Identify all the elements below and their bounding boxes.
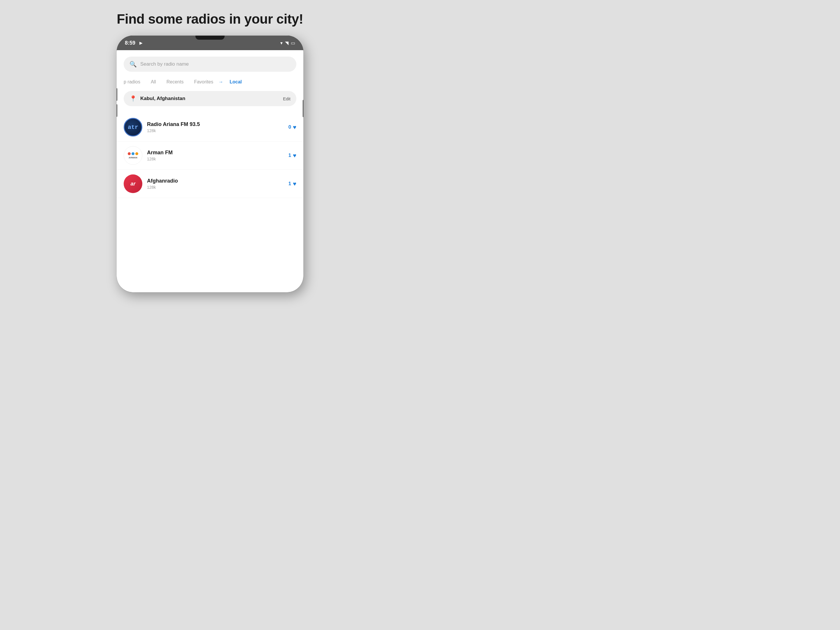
arman-dot-blue — [131, 152, 134, 155]
radio-favorites[interactable]: 1 ♥ — [289, 180, 296, 187]
signal-icon: ◥ — [285, 40, 289, 46]
power-button — [303, 100, 303, 117]
play-icon: ▶ — [139, 41, 143, 45]
atr-logo-text: atr — [128, 124, 138, 131]
arman-dots — [128, 152, 138, 155]
status-bar-left: 8:59 ▶ — [125, 40, 143, 46]
radio-info: Afghanradio 128k — [147, 178, 284, 189]
radio-info: Arman FM 128k — [147, 150, 284, 161]
tab-arrow-icon: → — [218, 79, 223, 85]
heart-icon: ♥ — [293, 124, 296, 131]
radio-bitrate: 128k — [147, 156, 284, 161]
screen: 🔍 Search by radio name p radios All Rece… — [117, 50, 303, 292]
phone-shell: 8:59 ▶ ▾ ◥ ▭ 🔍 Search by radio name p ra… — [117, 36, 303, 292]
radio-bitrate: 128k — [147, 128, 284, 133]
location-edit-button[interactable]: Edit — [283, 96, 291, 101]
status-bar-right: ▾ ◥ ▭ — [280, 40, 295, 46]
tab-all[interactable]: All — [145, 77, 161, 86]
tab-top-radios[interactable]: p radios — [124, 77, 145, 86]
tab-favorites[interactable]: Favorites — [189, 77, 218, 86]
fav-count: 1 — [289, 181, 291, 187]
radio-name: Afghanradio — [147, 178, 284, 184]
fav-count: 1 — [289, 153, 291, 158]
fav-count: 0 — [289, 124, 291, 130]
radio-favorites[interactable]: 1 ♥ — [289, 152, 296, 159]
heart-icon: ♥ — [293, 152, 296, 159]
battery-icon: ▭ — [291, 40, 295, 46]
arman-dot-red — [128, 152, 131, 155]
radio-item[interactable]: ar Afghanradio 128k 1 ♥ — [117, 170, 303, 198]
location-bar[interactable]: 📍 Kabul, Afghanistan Edit — [124, 91, 296, 106]
notch — [196, 36, 224, 39]
status-bar: 8:59 ▶ ▾ ◥ ▭ — [117, 36, 303, 50]
arman-logo-text: ARMAN — [129, 156, 137, 159]
search-icon: 🔍 — [129, 61, 137, 68]
tab-recents[interactable]: Recents — [161, 77, 189, 86]
location-pin-icon: 📍 — [129, 95, 137, 102]
radio-favorites[interactable]: 0 ♥ — [289, 124, 296, 131]
heart-icon: ♥ — [293, 180, 296, 187]
radio-name: Radio Ariana FM 93.5 — [147, 122, 284, 128]
radio-bitrate: 128k — [147, 185, 284, 189]
tabs-container: p radios All Recents Favorites → Local — [117, 76, 303, 90]
afghan-logo-text: ar — [130, 181, 135, 187]
wifi-icon: ▾ — [280, 40, 283, 46]
location-container: 📍 Kabul, Afghanistan Edit — [117, 90, 303, 111]
radio-logo-arman: ARMAN — [124, 146, 142, 165]
radio-info: Radio Ariana FM 93.5 128k — [147, 122, 284, 133]
search-input[interactable]: Search by radio name — [140, 61, 189, 67]
status-time: 8:59 — [125, 40, 135, 46]
search-container: 🔍 Search by radio name — [117, 50, 303, 76]
arman-dot-yellow — [135, 152, 138, 155]
page-title: Find some radios in your city! — [117, 11, 303, 27]
radio-list: atr Radio Ariana FM 93.5 128k 0 ♥ — [117, 111, 303, 201]
location-left: 📍 Kabul, Afghanistan — [129, 95, 185, 102]
search-bar[interactable]: 🔍 Search by radio name — [124, 57, 296, 72]
radio-logo-afghan: ar — [124, 174, 142, 193]
radio-name: Arman FM — [147, 150, 284, 156]
radio-logo-atr: atr — [124, 118, 142, 136]
tab-local[interactable]: Local — [224, 77, 247, 86]
location-name: Kabul, Afghanistan — [140, 96, 185, 101]
radio-item[interactable]: atr Radio Ariana FM 93.5 128k 0 ♥ — [117, 113, 303, 142]
volume-up-button — [117, 88, 117, 101]
volume-down-button — [117, 104, 117, 117]
radio-item[interactable]: ARMAN Arman FM 128k 1 ♥ — [117, 142, 303, 170]
